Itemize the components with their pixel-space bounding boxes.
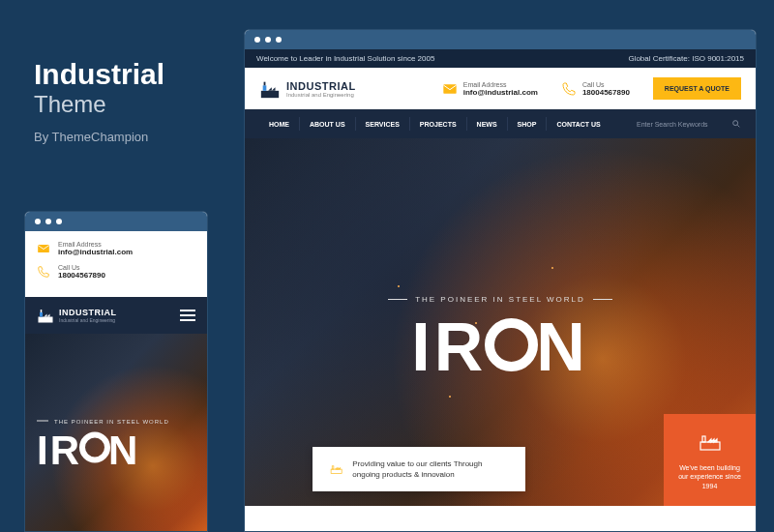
- hero-title: IRN: [37, 427, 169, 473]
- email-contact: Email Address info@industrial.com: [442, 81, 538, 97]
- envelope-icon: [37, 242, 50, 255]
- search-input[interactable]: [637, 121, 724, 128]
- factory-white-icon: [699, 429, 722, 452]
- request-quote-button[interactable]: REQUEST A QUOTE: [653, 77, 741, 100]
- phone-icon: [561, 81, 577, 97]
- theme-name: Industrial: [34, 58, 164, 91]
- logo-name: INDUSTRIAL: [59, 308, 117, 317]
- hero-title: IRN: [411, 309, 589, 386]
- nav-contact[interactable]: CONTACT US: [547, 117, 610, 131]
- svg-line-7: [737, 125, 739, 127]
- factory-icon: [259, 78, 281, 100]
- svg-rect-11: [700, 442, 720, 450]
- value-text: Providing value to our clients Through o…: [352, 458, 508, 480]
- main-nav: HOME ABOUT US SERVICES PROJECTS NEWS SHO…: [245, 109, 756, 138]
- cert-text: Global Certificate: ISO 9001:2015: [628, 54, 744, 63]
- svg-rect-9: [332, 465, 334, 468]
- value-card: Providing value to our clients Through o…: [313, 447, 525, 491]
- logo-tagline: Industrial and Engineering: [59, 317, 117, 323]
- nav-projects[interactable]: PROJECTS: [410, 117, 467, 131]
- nav-shop[interactable]: SHOP: [508, 117, 548, 131]
- mobile-hero: THE POINEER IN STEEL WORLD IRN: [25, 334, 207, 532]
- svg-rect-2: [264, 81, 266, 85]
- svg-rect-16: [40, 312, 43, 317]
- window-dot: [254, 37, 260, 43]
- letter-o-graphic: [79, 432, 110, 463]
- svg-rect-14: [38, 245, 49, 252]
- svg-rect-17: [41, 310, 43, 312]
- nav-services[interactable]: SERVICES: [356, 117, 410, 131]
- phone-value: 18004567890: [582, 88, 630, 97]
- window-dot: [35, 219, 41, 224]
- svg-marker-3: [268, 87, 272, 91]
- factory-outline-icon: [330, 458, 342, 478]
- phone-label: Call Us: [58, 264, 105, 271]
- phone-icon: [37, 265, 50, 279]
- window-dot: [265, 37, 271, 43]
- logo-name: INDUSTRIAL: [286, 80, 356, 92]
- window-dot: [276, 37, 282, 43]
- theme-author: By ThemeChampion: [34, 130, 164, 144]
- mobile-nav: INDUSTRIAL Industrial and Engineering: [25, 297, 207, 334]
- mobile-logo[interactable]: INDUSTRIAL Industrial and Engineering: [37, 307, 117, 324]
- window-dot: [56, 219, 62, 224]
- search-box: [637, 119, 741, 129]
- experience-card: We've been building our experience since…: [664, 414, 756, 506]
- welcome-text: Welcome to Leader in Industrial Solution…: [256, 54, 434, 63]
- mobile-header: Email Address info@industrial.com Call U…: [25, 231, 207, 297]
- svg-point-6: [733, 121, 738, 126]
- envelope-icon: [442, 81, 458, 97]
- nav-about[interactable]: ABOUT US: [300, 117, 356, 131]
- mobile-preview-window: Email Address info@industrial.com Call U…: [24, 211, 208, 532]
- svg-rect-8: [331, 469, 342, 473]
- hero-tagline: THE POINEER IN STEEL WORLD: [37, 418, 169, 424]
- browser-chrome: [25, 212, 207, 231]
- top-bar: Welcome to Leader in Industrial Solution…: [245, 49, 756, 68]
- hero-tagline: THE POINEER IN STEEL WORLD: [245, 295, 756, 304]
- svg-rect-0: [261, 90, 279, 97]
- logo-tagline: Industrial and Engineering: [286, 92, 356, 98]
- letter-o-graphic: [485, 318, 538, 371]
- browser-chrome: [245, 30, 756, 49]
- theme-label: Theme: [34, 91, 164, 118]
- mobile-phone-contact: Call Us 18004567890: [37, 264, 195, 280]
- svg-marker-13: [708, 439, 717, 442]
- experience-text: We've been building our experience since…: [675, 463, 744, 491]
- phone-contact: Call Us 18004567890: [561, 81, 630, 97]
- svg-marker-19: [47, 314, 50, 317]
- phone-value: 18004567890: [58, 271, 105, 280]
- search-icon[interactable]: [731, 119, 741, 129]
- factory-icon: [37, 307, 54, 324]
- hamburger-menu-icon[interactable]: [180, 310, 195, 321]
- svg-marker-4: [272, 87, 276, 91]
- svg-rect-5: [443, 84, 456, 93]
- email-label: Email Address: [463, 81, 538, 88]
- theme-title-block: Industrial Theme By ThemeChampion: [34, 58, 164, 144]
- svg-marker-10: [336, 467, 341, 469]
- nav-news[interactable]: NEWS: [467, 117, 508, 131]
- email-label: Email Address: [58, 241, 133, 248]
- email-value: info@industrial.com: [58, 248, 133, 256]
- mobile-email-contact: Email Address info@industrial.com: [37, 241, 195, 256]
- nav-home[interactable]: HOME: [259, 117, 300, 131]
- desktop-preview-window: Welcome to Leader in Industrial Solution…: [244, 29, 757, 532]
- phone-label: Call Us: [582, 81, 630, 88]
- svg-rect-15: [39, 317, 53, 323]
- site-header: INDUSTRIAL Industrial and Engineering Em…: [245, 68, 756, 109]
- email-value: info@industrial.com: [463, 88, 538, 97]
- window-dot: [45, 219, 51, 224]
- svg-marker-18: [45, 314, 47, 317]
- logo[interactable]: INDUSTRIAL Industrial and Engineering: [259, 78, 356, 100]
- svg-rect-12: [702, 436, 705, 442]
- svg-rect-1: [263, 85, 267, 91]
- hero-section: THE POINEER IN STEEL WORLD IRN Providing…: [245, 138, 756, 506]
